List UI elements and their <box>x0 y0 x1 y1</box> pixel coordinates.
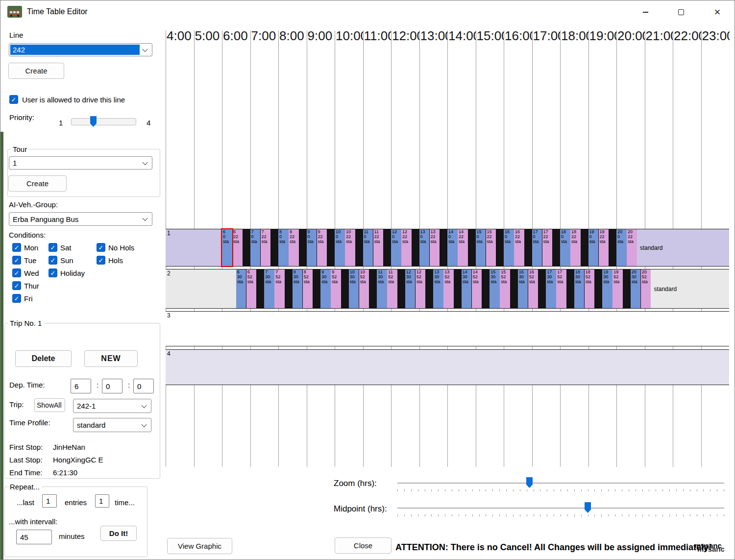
midpoint-slider[interactable] <box>397 502 724 517</box>
trip-block[interactable]: 1052sta <box>359 269 369 308</box>
delete-trip-button[interactable]: Delete <box>15 350 72 367</box>
trip-block[interactable]: 1430sta <box>462 269 472 308</box>
trip-block[interactable]: 830sta <box>293 269 303 308</box>
tour-row[interactable]: 160sta622sta70sta722sta80sta822sta90sta9… <box>166 229 729 267</box>
ai-veh-group-select[interactable]: Erba Panguang Bus <box>9 212 152 226</box>
trip-block[interactable]: 1722sta <box>542 229 553 266</box>
trip-block[interactable]: 1730sta <box>546 269 556 308</box>
trip-block[interactable]: 1330sta <box>433 269 443 308</box>
do-it-button[interactable]: Do It! <box>100 526 137 541</box>
trip-block[interactable]: 1522sta <box>486 229 496 266</box>
trip-block[interactable]: 852sta <box>303 269 313 308</box>
tour-row[interactable]: 2630sta652sta730sta752sta830sta852sta930… <box>166 269 729 309</box>
trip-block[interactable]: 160sta <box>504 229 514 266</box>
show-all-button[interactable]: ShowAll <box>34 398 65 412</box>
trip-block[interactable]: 630sta <box>236 269 246 308</box>
trip-block[interactable]: 2030sta <box>631 269 641 308</box>
trip-block[interactable]: 1652sta <box>528 269 539 308</box>
tour-row[interactable]: 4 <box>166 349 729 385</box>
trip-block[interactable]: 130sta <box>419 229 430 266</box>
trip-block[interactable]: 1822sta <box>570 229 581 266</box>
condition-hols-checkbox[interactable]: ✓ <box>97 256 105 265</box>
trip-block[interactable]: 1930sta <box>602 269 612 308</box>
trip-block[interactable]: 110sta <box>363 229 373 266</box>
priority-slider-track[interactable] <box>71 118 136 125</box>
trip-block[interactable]: 2052sta <box>641 269 651 308</box>
condition-mon-checkbox[interactable]: ✓ <box>12 243 21 252</box>
trip-block[interactable]: 190sta <box>588 229 599 266</box>
trip-block[interactable]: 722sta <box>261 229 271 266</box>
trip-block[interactable]: 90sta <box>307 229 317 266</box>
condition-wed-checkbox[interactable]: ✓ <box>12 268 21 277</box>
trip-block[interactable]: 1852sta <box>585 269 595 308</box>
trip-block[interactable]: 622sta <box>232 229 243 266</box>
trip-block[interactable]: 1630sta <box>518 269 528 308</box>
condition-tue-checkbox[interactable]: ✓ <box>12 256 21 265</box>
trip-block[interactable]: 822sta <box>289 229 299 266</box>
trip-block[interactable]: 1752sta <box>556 269 566 308</box>
maximize-button[interactable] <box>670 0 692 24</box>
trip-block[interactable]: 952sta <box>331 269 341 308</box>
trip-select[interactable]: 242-1 <box>73 399 151 413</box>
dep-minute-input[interactable] <box>102 379 122 393</box>
repeat-entries-input[interactable] <box>42 494 57 508</box>
condition-thur-checkbox[interactable]: ✓ <box>12 281 21 290</box>
tour-row[interactable]: 3 <box>166 311 729 346</box>
trip-block[interactable]: 1122sta <box>373 229 384 266</box>
tour-select[interactable]: 1 <box>9 156 152 170</box>
create-line-button[interactable]: Create <box>8 63 64 79</box>
dep-hour-input[interactable] <box>71 379 91 393</box>
condition-sat-checkbox[interactable]: ✓ <box>49 243 57 252</box>
line-select[interactable]: 242 <box>9 43 152 56</box>
dep-second-input[interactable] <box>133 379 154 393</box>
create-tour-button[interactable]: Create <box>8 175 67 192</box>
trip-block[interactable]: 1552sta <box>500 269 510 308</box>
trip-block[interactable]: 1152sta <box>387 269 397 308</box>
trip-block[interactable]: 1952sta <box>612 269 623 308</box>
time-profile-select[interactable]: standard <box>73 418 151 432</box>
close-button[interactable]: Close <box>335 537 392 554</box>
trip-block[interactable]: 1422sta <box>458 229 468 266</box>
trip-block[interactable]: 1530sta <box>490 269 500 308</box>
allow-drive-checkbox[interactable]: ✓ <box>9 95 18 104</box>
trip-block[interactable]: 1030sta <box>349 269 359 308</box>
repeat-times-input[interactable] <box>95 494 109 508</box>
trip-block[interactable]: 1830sta <box>574 269 585 308</box>
trip-block[interactable]: 120sta <box>391 229 401 266</box>
trip-block[interactable]: 1130sta <box>377 269 387 308</box>
condition-fri-checkbox[interactable]: ✓ <box>12 294 21 303</box>
trip-block[interactable]: 100sta <box>335 229 345 266</box>
trip-block[interactable]: 80sta <box>278 229 289 266</box>
trip-block[interactable]: 140sta <box>447 229 458 266</box>
trip-block[interactable]: 150sta <box>476 229 486 266</box>
trip-block[interactable]: 1022sta <box>345 229 355 266</box>
trip-block[interactable]: 752sta <box>274 269 285 308</box>
trip-block[interactable]: 170sta <box>532 229 542 266</box>
trip-block[interactable]: 1322sta <box>430 229 440 266</box>
view-graphic-button[interactable]: View Graphic <box>167 538 232 554</box>
zoom-slider[interactable] <box>397 477 724 492</box>
trip-block[interactable]: 1352sta <box>443 269 454 308</box>
condition-holiday-checkbox[interactable]: ✓ <box>49 268 57 277</box>
close-window-button[interactable]: × <box>706 0 729 24</box>
repeat-interval-input[interactable] <box>16 530 52 544</box>
trip-block[interactable]: 2022sta <box>627 229 637 266</box>
condition-nohols-checkbox[interactable]: ✓ <box>97 243 105 252</box>
trip-block[interactable]: 200sta <box>616 229 627 266</box>
trip-block[interactable]: 1252sta <box>416 269 426 308</box>
new-trip-button[interactable]: NEW <box>84 350 138 367</box>
trip-block[interactable]: 60sta <box>222 229 232 266</box>
trip-block[interactable]: 730sta <box>264 269 274 308</box>
trip-block[interactable]: 1452sta <box>472 269 482 308</box>
timetable-graph[interactable]: 4:005:006:007:008:009:0010:0011:0012:001… <box>166 27 729 467</box>
trip-block[interactable]: 922sta <box>317 229 327 266</box>
trip-block[interactable]: 1222sta <box>401 229 412 266</box>
trip-block[interactable]: 1622sta <box>514 229 524 266</box>
trip-block[interactable]: 180sta <box>560 229 570 266</box>
condition-sun-checkbox[interactable]: ✓ <box>49 256 57 265</box>
minimize-button[interactable] <box>634 0 657 24</box>
trip-block[interactable]: 652sta <box>246 269 257 308</box>
trip-block[interactable]: 1230sta <box>405 269 416 308</box>
trip-block[interactable]: 930sta <box>320 269 331 308</box>
trip-block[interactable]: 70sta <box>250 229 261 266</box>
